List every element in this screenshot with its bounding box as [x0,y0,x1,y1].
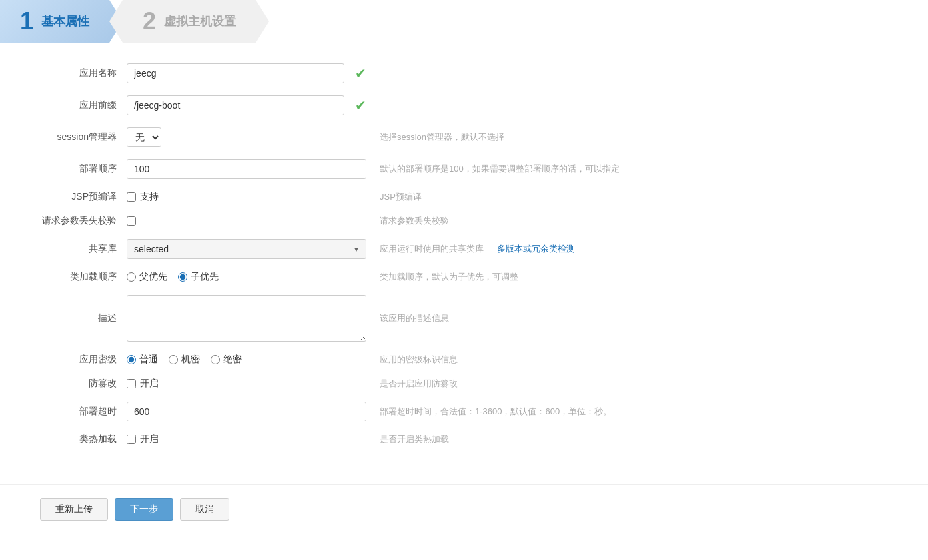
shared-lib-link[interactable]: 多版本或冗余类检测 [497,244,575,254]
hot-reload-checkbox-text: 开启 [140,433,159,445]
class-load-radio-group: 父优先 子优先 [127,271,219,283]
tamper-proof-checkbox-label[interactable]: 开启 [127,378,159,390]
shared-lib-label: 共享库 [40,243,127,255]
app-prefix-input[interactable] [127,95,344,115]
app-prefix-row: 应用前缀 ✔ [40,95,888,115]
app-prefix-label: 应用前缀 [40,99,127,111]
class-load-child-label[interactable]: 子优先 [178,271,219,283]
description-hint: 该应用的描述信息 [366,312,888,324]
hot-reload-checkbox-label[interactable]: 开启 [127,433,159,445]
step-2[interactable]: 2 虚拟主机设置 [109,0,269,43]
deploy-timeout-input[interactable] [127,402,366,421]
deploy-order-input[interactable] [127,159,366,179]
page-wrapper: 1 基本属性 2 虚拟主机设置 应用名称 ✔ 应用前缀 ✔ [0,0,928,560]
security-topsecret-text: 绝密 [223,354,242,366]
hot-reload-label: 类热加载 [40,433,127,445]
class-load-hint: 类加载顺序，默认为子优先，可调整 [366,271,888,283]
security-level-radio-group: 普通 机密 绝密 [127,354,242,366]
description-textarea[interactable] [127,295,366,342]
tamper-proof-checkbox[interactable] [127,379,136,388]
reupload-button[interactable]: 重新上传 [40,498,108,521]
jsp-precompile-label: JSP预编译 [40,191,127,203]
deploy-order-control [127,159,366,179]
button-area: 重新上传 下一步 取消 [0,484,928,534]
class-load-parent-label[interactable]: 父优先 [127,271,167,283]
security-secret-label[interactable]: 机密 [169,354,200,366]
request-validate-row: 请求参数丢失校验 请求参数丢失校验 [40,215,888,227]
security-secret-text: 机密 [181,354,200,366]
deploy-timeout-label: 部署超时 [40,406,127,418]
step-1-number: 1 [20,9,33,33]
step-header: 1 基本属性 2 虚拟主机设置 [0,0,928,43]
app-name-label: 应用名称 [40,67,127,79]
next-button[interactable]: 下一步 [115,498,173,521]
tamper-proof-checkbox-text: 开启 [140,378,159,390]
jsp-precompile-checkbox-text: 支持 [140,191,159,203]
security-level-control: 普通 机密 绝密 [127,354,366,366]
hot-reload-hint: 是否开启类热加载 [366,433,888,445]
security-topsecret-label[interactable]: 绝密 [211,354,242,366]
security-normal-radio[interactable] [127,355,136,364]
deploy-timeout-hint: 部署超时时间，合法值：1-3600，默认值：600，单位：秒。 [366,406,888,418]
app-name-input[interactable] [127,63,344,83]
shared-lib-hint-text: 应用运行时使用的共享类库 [380,244,484,254]
app-name-control: ✔ [127,63,366,83]
step-2-number: 2 [143,9,156,33]
jsp-precompile-row: JSP预编译 支持 JSP预编译 [40,191,888,203]
security-normal-label[interactable]: 普通 [127,354,158,366]
deploy-order-hint: 默认的部署顺序是100，如果需要调整部署顺序的话，可以指定 [366,163,888,175]
jsp-precompile-control: 支持 [127,191,366,203]
session-manager-row: session管理器 无 选择session管理器，默认不选择 [40,127,888,147]
deploy-timeout-control [127,402,366,421]
security-secret-radio[interactable] [169,355,178,364]
form-area: 应用名称 ✔ 应用前缀 ✔ session管理器 无 选择ses [0,43,928,477]
description-row: 描述 该应用的描述信息 [40,295,888,342]
security-level-hint: 应用的密级标识信息 [366,354,888,366]
class-load-label: 类加载顺序 [40,271,127,283]
request-validate-control [127,216,366,226]
shared-lib-select[interactable]: selected [127,239,366,259]
jsp-precompile-checkbox[interactable] [127,192,136,202]
app-name-check-icon: ✔ [355,65,366,81]
tamper-proof-label: 防篡改 [40,378,127,390]
step-2-title: 虚拟主机设置 [164,13,236,29]
tamper-proof-control: 开启 [127,378,366,390]
session-manager-select[interactable]: 无 [127,127,161,147]
description-label: 描述 [40,312,127,324]
class-load-parent-radio[interactable] [127,272,136,282]
deploy-order-label: 部署顺序 [40,163,127,175]
request-validate-checkbox[interactable] [127,216,136,226]
deploy-timeout-row: 部署超时 部署超时时间，合法值：1-3600，默认值：600，单位：秒。 [40,402,888,421]
request-validate-hint: 请求参数丢失校验 [366,215,888,227]
class-load-control: 父优先 子优先 [127,271,366,283]
app-name-row: 应用名称 ✔ [40,63,888,83]
shared-lib-row: 共享库 selected ▼ 应用运行时使用的共享类库 多版本或冗余类检测 [40,239,888,259]
deploy-order-row: 部署顺序 默认的部署顺序是100，如果需要调整部署顺序的话，可以指定 [40,159,888,179]
app-prefix-check-icon: ✔ [355,97,366,113]
session-manager-hint: 选择session管理器，默认不选择 [366,131,888,143]
security-topsecret-radio[interactable] [211,355,220,364]
step-1[interactable]: 1 基本属性 [0,0,123,43]
jsp-precompile-checkbox-label[interactable]: 支持 [127,191,159,203]
description-control [127,295,366,342]
class-load-child-radio[interactable] [178,272,187,282]
jsp-precompile-hint: JSP预编译 [366,191,888,203]
request-validate-label: 请求参数丢失校验 [40,215,127,227]
tamper-proof-row: 防篡改 开启 是否开启应用防篡改 [40,378,888,390]
security-level-row: 应用密级 普通 机密 绝密 应用的密级标识 [40,354,888,366]
session-manager-label: session管理器 [40,131,127,143]
step-1-title: 基本属性 [41,13,89,29]
hot-reload-checkbox[interactable] [127,435,136,444]
cancel-button[interactable]: 取消 [180,498,229,521]
class-load-parent-text: 父优先 [139,271,167,283]
session-manager-control: 无 [127,127,366,147]
shared-lib-control: selected ▼ [127,239,366,259]
class-load-child-text: 子优先 [191,271,219,283]
app-prefix-control: ✔ [127,95,366,115]
shared-lib-select-wrapper: selected ▼ [127,239,366,259]
tamper-proof-hint: 是否开启应用防篡改 [366,378,888,390]
hot-reload-control: 开启 [127,433,366,445]
shared-lib-hint: 应用运行时使用的共享类库 多版本或冗余类检测 [366,243,888,255]
security-normal-text: 普通 [139,354,158,366]
hot-reload-row: 类热加载 开启 是否开启类热加载 [40,433,888,445]
